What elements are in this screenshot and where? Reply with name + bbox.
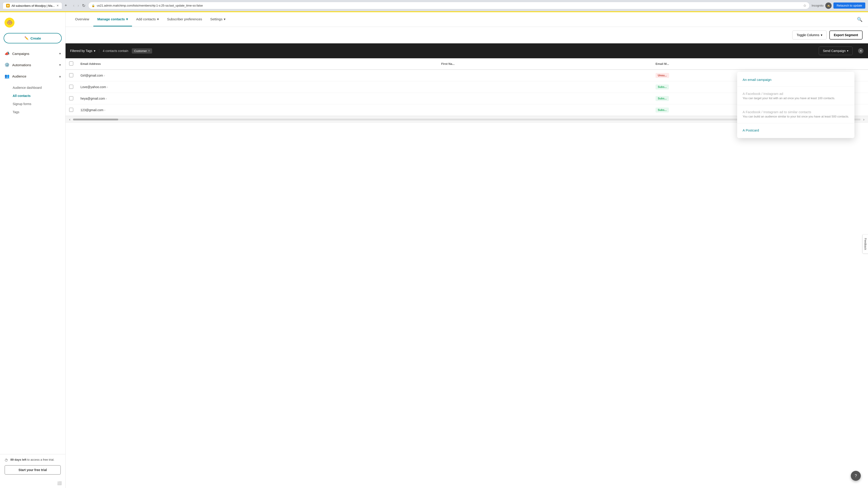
row-1-email-cell: Girl@gmail.com › <box>77 70 438 81</box>
row-4-arrow-icon: › <box>104 108 105 112</box>
tab-manage-contacts[interactable]: Manage contacts ▾ <box>93 13 132 26</box>
row-3-email-link[interactable]: heya@gmail.com <box>81 97 105 100</box>
dropdown-email-campaign-title: An email campaign <box>743 78 849 82</box>
manage-contacts-chevron-icon: ▾ <box>126 17 128 21</box>
sidebar-item-signup-forms[interactable]: Signup forms <box>0 100 65 108</box>
dropdown-item-postcard[interactable]: A Postcard <box>737 124 855 136</box>
row-3-firstname-cell <box>438 93 652 104</box>
toggle-columns-button[interactable]: Toggle Columns ▾ <box>792 31 827 39</box>
collapse-icon[interactable]: ⬜ <box>57 481 62 485</box>
sidebar-item-campaigns[interactable]: 📣 Campaigns ▾ <box>0 48 65 59</box>
sidebar-item-automations[interactable]: ⚙️ Automations ▾ <box>0 59 65 70</box>
audience-label: Audience <box>12 74 26 78</box>
dropdown-item-email-campaign[interactable]: An email campaign <box>737 74 855 86</box>
row-3-email-cell: heya@gmail.com › <box>77 93 438 104</box>
row-4-checkbox[interactable] <box>69 108 73 112</box>
row-2-status-badge: Subs... <box>655 85 669 90</box>
sidebar-item-audience-dashboard[interactable]: Audience dashboard <box>0 84 65 92</box>
new-tab-button[interactable]: + <box>63 3 68 8</box>
sidebar-item-tags[interactable]: Tags <box>0 108 65 116</box>
automations-label: Automations <box>12 63 31 67</box>
trial-text: 89 days left to access a free trial. <box>10 458 54 461</box>
scroll-left-icon[interactable]: ‹ <box>69 118 70 122</box>
trial-suffix: to access a free trial. <box>26 458 55 461</box>
table-header-checkbox <box>66 58 77 70</box>
start-trial-button[interactable]: Start your free trial <box>4 465 61 475</box>
row-1-firstname-cell <box>438 70 652 81</box>
sidebar-scroll: 📣 Campaigns ▾ ⚙️ Automations ▾ 👥 Audienc… <box>0 48 65 454</box>
row-checkbox-cell <box>66 104 77 116</box>
toggle-columns-label: Toggle Columns <box>797 33 819 37</box>
dropdown-divider-2 <box>737 105 855 105</box>
customer-tag-label: Customer <box>134 49 147 53</box>
browser-actions: Incognito 🕵 Relaunch to update <box>811 2 865 9</box>
tab-close-icon[interactable]: ✕ <box>57 4 59 7</box>
manage-contacts-label: Manage contacts <box>97 17 125 21</box>
bookmark-icon[interactable]: ☆ <box>803 3 806 8</box>
row-checkbox-cell <box>66 81 77 93</box>
relaunch-button[interactable]: Relaunch to update <box>833 2 865 8</box>
table-header-row: Email Address First Na... Email M... <box>66 58 868 70</box>
automations-chevron-icon: ▾ <box>59 63 61 67</box>
filter-chevron-icon: ▾ <box>94 49 95 53</box>
create-button[interactable]: ✏️ Create <box>4 33 62 43</box>
row-3-arrow-icon: › <box>106 97 107 100</box>
tab-add-contacts[interactable]: Add contacts ▾ <box>132 13 163 26</box>
app-layout: 🐵 ✏️ Create 📣 Campaigns ▾ ⚙️ Automations… <box>0 12 868 488</box>
automations-icon: ⚙️ <box>4 62 9 67</box>
send-campaign-button[interactable]: Send Campaign ▾ <box>819 46 852 55</box>
tab-overview[interactable]: Overview <box>71 13 93 26</box>
audience-chevron-icon: ▴ <box>59 74 61 78</box>
scroll-thumb <box>73 119 118 121</box>
row-4-firstname-cell <box>438 104 652 116</box>
send-campaign-dropdown: An email campaign A Facebook / Instagram… <box>737 72 855 138</box>
trial-icon: ⏱ <box>4 458 8 462</box>
audience-icon: 👥 <box>4 74 9 78</box>
row-2-email-link[interactable]: Love@yahoo.com <box>81 85 106 89</box>
browser-nav: ‹ › ↻ <box>72 2 86 9</box>
customer-tag-close-icon[interactable]: × <box>148 49 150 53</box>
table-area: Email Address First Na... Email M... Gir… <box>66 58 868 488</box>
sidebar-collapse[interactable]: ⬜ <box>0 478 65 488</box>
row-3-checkbox[interactable] <box>69 96 73 100</box>
contacts-count-label: 4 contacts contain <box>103 49 128 53</box>
help-button[interactable]: ? <box>851 471 861 481</box>
dropdown-item-facebook-ad: A Facebook / Instagram ad You can target… <box>737 88 855 104</box>
toolbar: Toggle Columns ▾ Export Segment <box>66 27 868 43</box>
row-4-email-link[interactable]: 123@gmail.com <box>81 108 103 112</box>
nav-search-icon[interactable]: 🔍 <box>857 12 863 27</box>
row-1-email-link[interactable]: Girl@gmail.com <box>81 74 103 77</box>
row-2-checkbox[interactable] <box>69 85 73 89</box>
filtered-by-tags[interactable]: Filtered by Tags ▾ <box>70 49 99 53</box>
row-4-email-cell: 123@gmail.com › <box>77 104 438 116</box>
send-campaign-chevron-icon: ▾ <box>847 49 848 53</box>
create-label: Create <box>31 36 41 40</box>
tab-settings[interactable]: Settings ▾ <box>206 13 230 26</box>
trial-days: 89 days left <box>10 458 26 461</box>
export-segment-button[interactable]: Export Segment <box>829 31 863 39</box>
toggle-columns-chevron-icon: ▾ <box>821 33 822 37</box>
table-header-email-marketing: Email M... <box>652 58 868 70</box>
dropdown-item-facebook-similar: A Facebook / Instagram ad to similar con… <box>737 106 855 122</box>
filter-bar-close-icon[interactable]: × <box>858 48 864 54</box>
url-text: us21.admin.mailchimp.com/lists/members/#… <box>97 4 801 7</box>
reload-button[interactable]: ↻ <box>81 2 86 9</box>
feedback-tab[interactable]: Feedback <box>862 234 868 254</box>
scroll-right-icon[interactable]: › <box>863 118 864 122</box>
sidebar-item-all-contacts[interactable]: All contacts <box>0 92 65 100</box>
forward-button[interactable]: › <box>76 2 80 9</box>
dropdown-facebook-ad-desc: You can target your list with an ad once… <box>743 96 849 100</box>
row-1-checkbox[interactable] <box>69 73 73 77</box>
trial-info: ⏱ 89 days left to access a free trial. <box>4 458 61 462</box>
table-header-firstname: First Na... <box>438 58 652 70</box>
select-all-checkbox[interactable] <box>69 61 73 66</box>
back-button[interactable]: ‹ <box>72 2 75 9</box>
dropdown-postcard-title: A Postcard <box>743 128 849 132</box>
active-tab[interactable]: M All subscribers of Moodjoy | Ma... ✕ <box>3 2 62 9</box>
row-2-email-cell: Love@yahoo.com › <box>77 81 438 93</box>
address-bar[interactable]: 🔒 us21.admin.mailchimp.com/lists/members… <box>88 2 810 9</box>
sidebar-item-audience[interactable]: 👥 Audience ▴ <box>0 70 65 82</box>
sidebar-logo: 🐵 <box>0 12 65 31</box>
tab-subscriber-preferences[interactable]: Subscriber preferences <box>163 13 206 26</box>
mailchimp-logo: 🐵 <box>4 18 14 28</box>
